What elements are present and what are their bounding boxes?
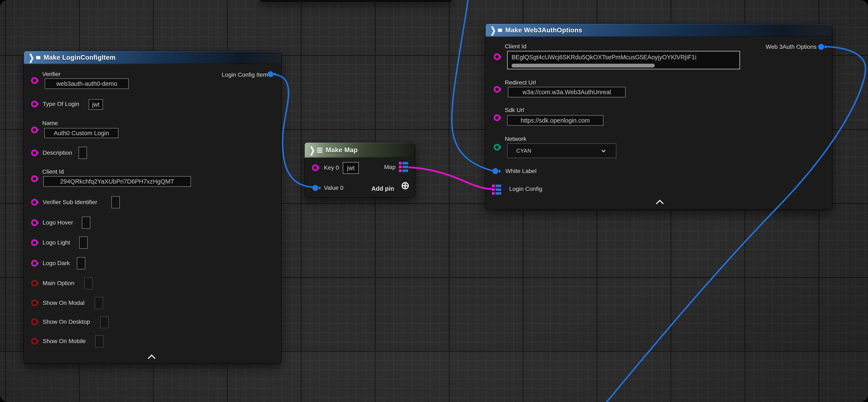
output-pin-label: Login Config Item (222, 71, 268, 79)
key0-value-field[interactable]: jwt (343, 162, 359, 174)
show-on-modal-checkbox[interactable] (95, 297, 103, 309)
make-map-icon: ❯ (309, 145, 315, 155)
node-title: Make Web3AuthOptions (505, 27, 582, 34)
node-header[interactable]: ❯ Make Map (305, 143, 415, 158)
client-id-value-field[interactable]: 294QRkchfq2YaXUbPri7D6PH7xzHgQMT (43, 176, 191, 187)
pin-label-client-id: Client Id (42, 168, 64, 175)
show-on-desktop-checkbox[interactable] (100, 316, 108, 328)
output-pin-label-map: Map (384, 164, 396, 171)
input-pin-key0[interactable] (312, 165, 319, 171)
client-id-value-text: BEglQSgt4cUWcj6SKRdu5QkOXTsePmMcusG5EAoy… (512, 54, 696, 61)
input-pin-verifier-sub-identifier[interactable] (31, 199, 38, 206)
logo-dark-value-field[interactable] (77, 257, 85, 269)
pin-label-logo-hover: Logo Hover (43, 219, 73, 226)
input-pin-show-on-modal[interactable] (31, 299, 38, 306)
pin-label-logo-light: Logo Light (43, 239, 70, 246)
pin-label-value0: Value 0 (324, 184, 343, 192)
blueprint-graph-canvas[interactable]: ❯ Make LoginConfigItem Login Config Item… (0, 0, 868, 402)
pin-label-show-on-mobile: Show On Mobile (43, 338, 86, 345)
verifier-sub-identifier-value-field[interactable] (111, 196, 120, 208)
make-struct-icon (498, 29, 502, 32)
redirect-url-value-field[interactable]: w3a://com.w3a.Web3AuthUnreal (508, 87, 626, 97)
node-title: Make Map (326, 146, 358, 154)
pin-label-white-label: White Label (505, 168, 536, 175)
make-struct-icon: ❯ (28, 52, 34, 63)
input-pin-client-id[interactable] (494, 53, 500, 60)
horizontal-scrollbar[interactable] (512, 64, 655, 67)
type-of-login-value-field[interactable]: jwt (89, 99, 103, 110)
pin-label-key0: Key 0 (324, 164, 339, 171)
input-pin-verifier[interactable] (31, 77, 38, 84)
output-pin-web3auth-options[interactable] (818, 44, 824, 50)
pin-label-show-on-modal: Show On Modal (43, 299, 85, 307)
input-pin-logo-hover[interactable] (31, 219, 38, 226)
pin-label-redirect-url: Redirect Url (505, 79, 536, 86)
node-header[interactable]: ❯ Make LoginConfigItem (24, 51, 281, 64)
logo-light-value-field[interactable] (79, 236, 88, 249)
show-on-mobile-checkbox[interactable] (95, 335, 103, 347)
input-pin-login-config[interactable] (492, 184, 501, 195)
input-pin-main-option[interactable] (31, 280, 38, 287)
input-pin-value0[interactable] (312, 185, 318, 191)
input-pin-white-label[interactable] (492, 168, 498, 174)
pin-label-client-id: Client Id (505, 43, 526, 50)
node-title: Make LoginConfigItem (44, 54, 116, 61)
node-make-web3authoptions[interactable]: ❯ Make Web3AuthOptions Web 3Auth Options… (486, 24, 832, 209)
pin-label-type-of-login: Type Of Login (43, 100, 79, 108)
collapse-caret-icon[interactable] (148, 354, 156, 362)
input-pin-description[interactable] (31, 149, 38, 156)
input-pin-logo-light[interactable] (31, 239, 38, 246)
main-option-checkbox[interactable] (84, 278, 93, 289)
collapse-caret-icon[interactable] (656, 200, 664, 207)
node-make-map[interactable]: ❯ Make Map Key 0 jwt Map Value 0 Add pin… (305, 143, 415, 197)
make-map-icon (317, 148, 322, 153)
add-pin-label[interactable]: Add pin (371, 185, 394, 192)
output-pin-label: Web 3Auth Options (766, 43, 816, 51)
output-pin-map[interactable] (399, 162, 408, 172)
input-pin-show-on-mobile[interactable] (31, 338, 38, 345)
input-pin-type-of-login[interactable] (31, 101, 38, 108)
pin-label-description: Description (43, 149, 72, 156)
wire-map-to-loginconfig[interactable] (409, 167, 492, 189)
input-pin-client-id[interactable] (31, 175, 38, 182)
pin-label-verifier-sub-identifier: Verifier Sub Identifier (43, 199, 97, 206)
logo-hover-value-field[interactable] (82, 217, 90, 229)
pin-label-network: Network (505, 135, 526, 143)
make-struct-icon (36, 56, 40, 59)
make-struct-icon: ❯ (490, 25, 496, 35)
add-pin-icon[interactable]: ⊕ (401, 180, 410, 191)
input-pin-redirect-url[interactable] (494, 86, 500, 93)
input-pin-network[interactable] (494, 144, 500, 150)
pin-label-sdk-url: Sdk Url (505, 107, 524, 114)
sdk-url-value-field[interactable]: https://sdk.openlogin.com (507, 115, 603, 126)
verifier-value-field[interactable]: web3auth-auth0-demo (45, 79, 129, 89)
input-pin-name[interactable] (31, 126, 38, 133)
output-pin-login-config-item[interactable] (268, 71, 274, 77)
pin-label-main-option: Main Option (43, 280, 74, 287)
node-header[interactable]: ❯ Make Web3AuthOptions (486, 24, 832, 37)
network-dropdown[interactable]: CYAN (507, 143, 616, 158)
name-value-field[interactable]: Auth0 Custom Login (44, 128, 119, 138)
offscreen-node-edge (260, 0, 452, 2)
pin-label-show-on-desktop: Show On Desktop (43, 318, 90, 325)
pin-label-login-config: Login Config (509, 185, 542, 193)
node-make-loginconfigitem[interactable]: ❯ Make LoginConfigItem Login Config Item… (24, 51, 281, 363)
input-pin-show-on-desktop[interactable] (31, 318, 38, 325)
chevron-down-icon (601, 148, 606, 152)
pin-label-logo-dark: Logo Dark (43, 260, 70, 267)
pin-label-verifier: Verifier (42, 70, 61, 78)
description-value-field[interactable] (79, 147, 87, 159)
input-pin-sdk-url[interactable] (494, 114, 500, 121)
client-id-value-field[interactable]: BEglQSgt4cUWcj6SKRdu5QkOXTsePmMcusG5EAoy… (507, 51, 740, 69)
input-pin-logo-dark[interactable] (31, 260, 38, 267)
pin-label-name: Name (42, 120, 58, 127)
network-selected-value: CYAN (516, 148, 531, 154)
